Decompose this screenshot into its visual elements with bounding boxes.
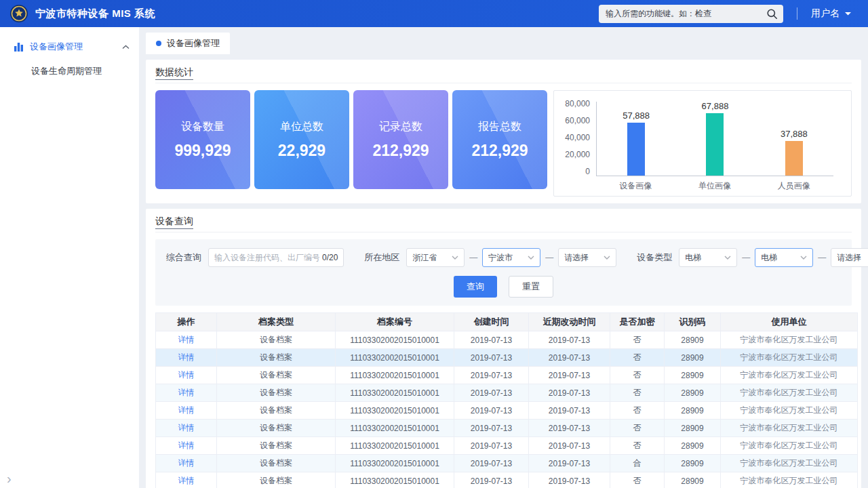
y-tick-label: 20,000	[565, 151, 590, 158]
table-row: 详情 设备档案 11103302002015010001 2019-07-13 …	[156, 367, 858, 384]
x-category-label: 设备画像	[619, 180, 652, 192]
cell-archive-type: 设备档案	[217, 420, 336, 437]
cell-created: 2019-07-13	[454, 349, 529, 367]
cell-archive-type: 设备档案	[217, 349, 336, 367]
cell-unit: 宁波市奉化区万发工业公司	[721, 331, 858, 349]
detail-link[interactable]: 详情	[178, 476, 195, 485]
stat-card-label: 设备数量	[181, 120, 224, 134]
tab-device-portrait[interactable]: 设备画像管理	[146, 33, 230, 54]
column-header: 档案编号	[336, 313, 454, 331]
top-search[interactable]	[599, 5, 783, 23]
table-row: 详情 设备档案 11103302002015010001 2019-07-13 …	[156, 437, 858, 455]
cell-encrypted: 否	[610, 402, 665, 420]
y-tick-label: 40,000	[565, 134, 590, 141]
cell-created: 2019-07-13	[454, 384, 529, 402]
detail-link[interactable]: 详情	[178, 388, 195, 397]
select-dropdown[interactable]: 宁波市	[482, 248, 540, 267]
bar	[627, 123, 645, 176]
cell-archive-type: 设备档案	[217, 402, 336, 420]
char-counter: 0/20	[322, 253, 338, 262]
range-separator: —	[742, 253, 750, 262]
sidebar-collapse-icon[interactable]: ›	[7, 472, 12, 485]
cell-unit: 宁波市奉化区万发工业公司	[721, 472, 858, 488]
y-tick-label: 80,000	[565, 100, 590, 107]
table-body: 详情 设备档案 11103302002015010001 2019-07-13 …	[156, 331, 858, 488]
column-header: 近期改动时间	[529, 313, 610, 331]
column-header: 使用单位	[721, 313, 858, 331]
top-search-input[interactable]	[606, 9, 766, 18]
stats-title: 数据统计	[155, 66, 193, 80]
query-title: 设备查询	[155, 216, 193, 229]
bar-group: 67,888	[702, 101, 729, 176]
chart-y-axis: 80,00060,00040,00020,0000	[564, 102, 596, 176]
detail-link[interactable]: 详情	[178, 352, 195, 362]
search-icon[interactable]	[766, 8, 778, 20]
cell-code: 28909	[665, 437, 721, 455]
select-value: 电梯	[761, 252, 777, 264]
cell-modified: 2019-07-13	[529, 437, 610, 455]
cell-archive-type: 设备档案	[217, 331, 336, 349]
records-table: 操作档案类型档案编号创建时间近期改动时间是否加密识别码使用单位 详情 设备档案 …	[155, 312, 858, 488]
detail-link[interactable]: 详情	[178, 441, 195, 450]
cell-created: 2019-07-13	[454, 402, 529, 420]
stat-card-label: 单位总数	[280, 120, 323, 134]
cell-modified: 2019-07-13	[529, 420, 610, 437]
username: 用户名	[811, 7, 840, 20]
cell-created: 2019-07-13	[454, 420, 529, 437]
table-row: 详情 设备档案 11103302002015010001 2019-07-13 …	[156, 331, 858, 349]
select-dropdown[interactable]: 浙江省	[406, 248, 465, 267]
cell-archive-type: 设备档案	[217, 472, 336, 488]
select-value: 请选择	[564, 252, 589, 264]
x-category-label: 人员画像	[778, 180, 810, 192]
region-selects: 浙江省 — 宁波市 — 请选择	[406, 248, 616, 267]
stat-card: 报告总数 212,929	[452, 90, 547, 189]
cell-code: 28909	[665, 349, 721, 367]
stat-card: 设备数量 999,929	[155, 90, 250, 189]
cell-archive-number: 11103302002015010001	[336, 472, 454, 488]
keyword-label: 综合查询	[166, 251, 201, 264]
sidebar-item-lifecycle[interactable]: 设备生命周期管理	[0, 60, 139, 83]
reset-button[interactable]: 重置	[509, 276, 553, 298]
cell-encrypted: 否	[610, 420, 665, 437]
chevron-down-icon	[604, 256, 610, 260]
keyword-input-wrap[interactable]: 0/20	[208, 248, 344, 267]
cell-archive-number: 11103302002015010001	[336, 420, 454, 437]
cell-modified: 2019-07-13	[529, 402, 610, 420]
cell-archive-type: 设备档案	[217, 384, 336, 402]
cell-encrypted: 否	[610, 472, 665, 488]
detail-link[interactable]: 详情	[178, 458, 195, 468]
range-separator: —	[545, 253, 553, 262]
select-dropdown[interactable]: 请选择	[831, 248, 868, 267]
select-dropdown[interactable]: 电梯	[679, 248, 737, 267]
bar-value-label: 57,888	[623, 110, 650, 121]
cell-created: 2019-07-13	[454, 472, 529, 488]
search-button[interactable]: 查询	[454, 276, 497, 298]
select-dropdown[interactable]: 电梯	[755, 248, 813, 267]
user-menu[interactable]: 用户名	[811, 7, 856, 20]
stat-card-value: 212,929	[471, 142, 528, 160]
cell-archive-type: 设备档案	[217, 437, 336, 455]
cell-encrypted: 否	[610, 331, 665, 349]
cell-unit: 宁波市奉化区万发工业公司	[721, 384, 858, 402]
cell-encrypted: 否	[610, 349, 665, 367]
query-panel: 设备查询 综合查询 0/20 所在地区 浙江省 — 宁波市 — 请选择	[146, 209, 861, 488]
filter-form: 综合查询 0/20 所在地区 浙江省 — 宁波市 — 请选择 设备类型 电	[155, 239, 852, 306]
detail-link[interactable]: 详情	[178, 335, 195, 344]
cell-modified: 2019-07-13	[529, 367, 610, 384]
sidebar-item-device-portrait[interactable]: 设备画像管理	[0, 34, 139, 60]
type-selects: 电梯 — 电梯 — 请选择	[679, 248, 868, 267]
keyword-input[interactable]	[214, 253, 319, 262]
stat-card-label: 报告总数	[478, 120, 521, 134]
cell-encrypted: 合	[610, 455, 665, 472]
stat-card-label: 记录总数	[379, 120, 422, 134]
x-category-label: 单位画像	[698, 180, 731, 192]
detail-link[interactable]: 详情	[178, 405, 195, 415]
select-value: 请选择	[837, 252, 861, 264]
detail-link[interactable]: 详情	[178, 370, 195, 380]
detail-link[interactable]: 详情	[178, 423, 195, 432]
stat-card: 记录总数 212,929	[353, 90, 448, 189]
chevron-down-icon	[724, 256, 731, 260]
cell-archive-number: 11103302002015010001	[336, 384, 454, 402]
select-dropdown[interactable]: 请选择	[558, 248, 616, 267]
chart-categories: 设备画像单位画像人员画像	[596, 176, 833, 192]
